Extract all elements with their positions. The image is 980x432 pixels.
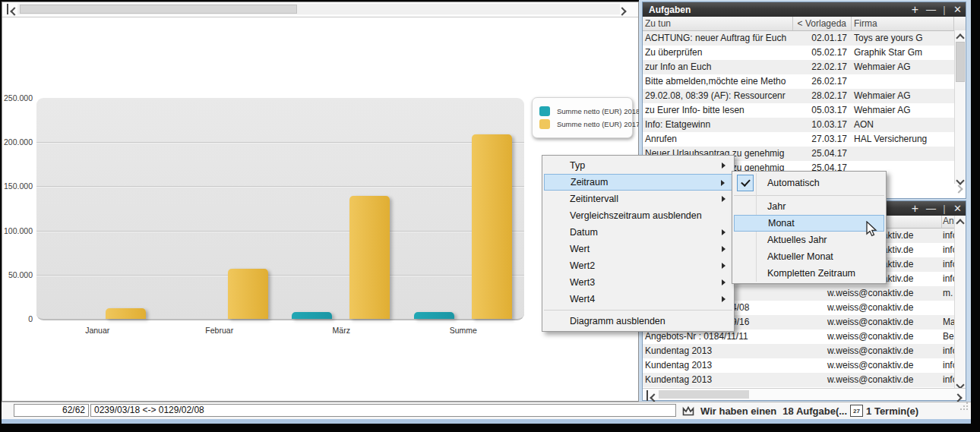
submenu-item-aktuelles-jahr[interactable]: Aktuelles Jahr bbox=[734, 232, 884, 248]
checkmark-icon bbox=[741, 177, 751, 187]
bar-2017-februar[interactable] bbox=[228, 269, 268, 319]
y-axis-tick-label: 250.000 bbox=[4, 93, 33, 102]
divider-icon: | bbox=[939, 2, 950, 17]
column-header-zu-tun[interactable]: Zu tun bbox=[643, 17, 793, 30]
scroll-up-button[interactable] bbox=[955, 30, 966, 41]
mail-subject-cell: Kundentag 2013 bbox=[643, 358, 825, 373]
scroll-right-button[interactable] bbox=[616, 4, 628, 14]
mail-row[interactable]: Kundentag 2013w.weiss@conaktiv.deinfo bbox=[643, 358, 966, 373]
submenu-item-automatisch[interactable]: Automatisch bbox=[734, 173, 884, 193]
column-header-an[interactable]: An bbox=[942, 216, 955, 228]
task-date-cell: 26.02.17 bbox=[793, 74, 852, 89]
mail-an-cell: info bbox=[942, 243, 955, 257]
task-row[interactable]: Info: Etatgewinn10.03.17AON bbox=[643, 118, 966, 132]
task-firma-cell: Wehmaier AG bbox=[852, 89, 954, 103]
context-menu-item-typ[interactable]: Typ bbox=[544, 157, 732, 174]
menu-item-label: Vergleichszeitraum ausblenden bbox=[570, 210, 702, 221]
context-menu-item-wert4[interactable]: Wert4 bbox=[544, 291, 732, 307]
close-icon[interactable]: ✕ bbox=[950, 201, 966, 216]
column-header-firma[interactable]: Firma bbox=[852, 17, 954, 30]
task-firma-cell: Toys are yours G bbox=[852, 31, 954, 46]
submenu-item-jahr[interactable]: Jahr bbox=[734, 198, 884, 215]
submenu-arrow-icon bbox=[722, 229, 726, 235]
scroll-up-button[interactable] bbox=[955, 216, 966, 226]
task-date-cell: 27.03.17 bbox=[793, 132, 852, 147]
mail-vertical-scrollbar[interactable] bbox=[954, 216, 966, 388]
mail-row[interactable]: Kundentag 2013w.weiss@conaktiv.deinfo bbox=[643, 373, 966, 387]
menu-item-label: Aktuelles Jahr bbox=[767, 235, 827, 245]
bar-2017-märz[interactable] bbox=[349, 196, 390, 319]
scrollbar-thumb[interactable] bbox=[659, 390, 749, 399]
context-menu-item-wert2[interactable]: Wert2 bbox=[544, 257, 732, 274]
mail-row[interactable]: Kundentag 2013w.weiss@conaktiv.deinfo bbox=[643, 344, 966, 358]
menu-item-label: Aktueller Monat bbox=[767, 251, 833, 262]
y-axis-tick-label: 200.000 bbox=[4, 137, 33, 147]
task-todo-cell: zur Info an Euch bbox=[643, 60, 793, 74]
context-menu-item-zeitraum[interactable]: Zeitraum bbox=[544, 174, 732, 191]
submenu-item-monat[interactable]: Monat bbox=[734, 215, 884, 232]
appointments-count-label[interactable]: 1 Termin(e) bbox=[866, 405, 918, 417]
mail-an-cell: info bbox=[942, 358, 955, 373]
submenu-item-aktueller-monat[interactable]: Aktueller Monat bbox=[734, 248, 884, 265]
add-icon[interactable]: + bbox=[907, 2, 923, 17]
crown-icon bbox=[682, 406, 694, 416]
bar-2018-summe[interactable] bbox=[414, 312, 454, 319]
task-row[interactable]: 29.02.08, 08:39 (AF): Ressourcenr28.02.1… bbox=[643, 89, 966, 103]
scroll-down-button[interactable] bbox=[955, 377, 966, 388]
menu-item-label: Zeitintervall bbox=[570, 194, 618, 204]
scrollbar-thumb[interactable] bbox=[956, 42, 965, 82]
menu-item-label: Wert bbox=[570, 244, 590, 254]
minimize-icon[interactable]: — bbox=[923, 201, 939, 216]
minimize-icon[interactable]: — bbox=[923, 2, 939, 17]
checkbox-checked-icon bbox=[737, 175, 754, 191]
task-row[interactable]: Anrufen27.03.17HAL Versicherung bbox=[643, 132, 966, 147]
task-firma-cell bbox=[852, 147, 954, 161]
gridline bbox=[36, 275, 524, 276]
record-range-field: 0239/03/18 <-> 0129/02/08 bbox=[90, 404, 676, 417]
scrollbar-track[interactable] bbox=[17, 4, 620, 14]
chart-context-menu: TypZeitraumZeitintervallVergleichszeitra… bbox=[542, 155, 735, 332]
task-row[interactable]: ACHTUNG: neuer Auftrag für Euch02.01.17T… bbox=[643, 31, 966, 46]
task-row[interactable]: Bitte abmelden,möchte eine Metho26.02.17 bbox=[643, 74, 966, 89]
tasks-count-label[interactable]: 18 Aufgabe(... bbox=[782, 405, 847, 417]
scroll-right-button[interactable] bbox=[956, 181, 962, 195]
context-menu-item-vergleichszeitraum-ausblenden[interactable]: Vergleichszeitraum ausblenden bbox=[544, 207, 732, 224]
mouse-cursor-icon bbox=[865, 221, 879, 238]
task-row[interactable]: zur Info an Euch22.02.17Wehmaier AG bbox=[643, 60, 966, 74]
context-menu-item-wert[interactable]: Wert bbox=[544, 241, 732, 257]
resize-grip[interactable] bbox=[960, 408, 962, 410]
chart-horizontal-scrollbar[interactable] bbox=[2, 2, 638, 17]
tasks-vertical-scrollbar[interactable] bbox=[954, 30, 966, 184]
y-axis-tick-label: 100.000 bbox=[4, 226, 33, 235]
bar-2017-summe[interactable] bbox=[472, 134, 512, 319]
bar-chart-plot-area bbox=[36, 98, 524, 320]
record-count-field: 62/62 bbox=[14, 404, 89, 417]
task-firma-cell: AON bbox=[852, 118, 954, 132]
context-menu-item-zeitintervall[interactable]: Zeitintervall bbox=[544, 191, 732, 207]
task-row[interactable]: Zu überprüfen05.02.17Graphik Star Gm bbox=[643, 46, 966, 60]
tasks-panel-titlebar[interactable]: Aufgaben + — | ✕ bbox=[643, 2, 966, 17]
app-screen: Summe netto (EUR) 2018 Summe netto (EUR)… bbox=[0, 0, 980, 432]
scroll-left-button[interactable] bbox=[646, 390, 659, 401]
submenu-arrow-icon bbox=[722, 162, 726, 169]
bar-2018-märz[interactable] bbox=[292, 312, 332, 319]
mail-an-cell: info bbox=[942, 272, 955, 286]
scroll-right-button[interactable] bbox=[952, 390, 963, 401]
scrollbar-thumb[interactable] bbox=[20, 5, 297, 14]
context-menu-item-datum[interactable]: Datum bbox=[544, 224, 732, 241]
mail-horizontal-scrollbar[interactable] bbox=[643, 388, 966, 400]
close-icon[interactable]: ✕ bbox=[950, 2, 966, 17]
mail-an-cell: Be bbox=[942, 330, 955, 344]
tasks-table-body: ACHTUNG: neuer Auftrag für Euch02.01.17T… bbox=[643, 31, 966, 175]
bar-2017-januar[interactable] bbox=[106, 308, 146, 319]
context-menu-item-diagramm-ausblenden[interactable]: Diagramm ausblenden bbox=[544, 313, 732, 330]
window-frame-bottom bbox=[2, 419, 971, 424]
tasks-table-header[interactable]: Zu tun < Vorlageda Firma bbox=[643, 17, 966, 31]
menu-item-label: Wert3 bbox=[570, 277, 595, 288]
context-menu-item-wert3[interactable]: Wert3 bbox=[544, 274, 732, 291]
task-todo-cell: Info: Etatgewinn bbox=[643, 118, 793, 132]
submenu-item-kompletten-zeitraum[interactable]: Kompletten Zeitraum bbox=[734, 265, 884, 282]
task-row[interactable]: zu Eurer Info- bitte lesen05.03.17Wehmai… bbox=[643, 103, 966, 118]
column-header-vorlagedatum[interactable]: < Vorlageda bbox=[793, 17, 852, 30]
add-icon[interactable]: + bbox=[907, 201, 923, 216]
